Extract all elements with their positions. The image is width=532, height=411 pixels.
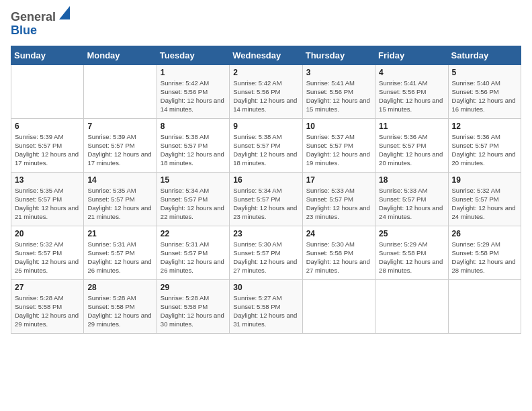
calendar-cell: 13Sunrise: 5:35 AM Sunset: 5:57 PM Dayli… (11, 172, 84, 226)
calendar-cell: 12Sunrise: 5:36 AM Sunset: 5:57 PM Dayli… (448, 118, 521, 172)
calendar-cell: 3Sunrise: 5:41 AM Sunset: 5:56 PM Daylig… (302, 64, 375, 118)
svg-marker-0 (59, 6, 70, 19)
page-header: General Blue (11, 11, 521, 38)
calendar-cell: 7Sunrise: 5:39 AM Sunset: 5:57 PM Daylig… (84, 118, 157, 172)
calendar-cell: 4Sunrise: 5:41 AM Sunset: 5:56 PM Daylig… (375, 64, 448, 118)
day-info: Sunrise: 5:35 AM Sunset: 5:57 PM Dayligh… (15, 186, 80, 222)
day-info: Sunrise: 5:34 AM Sunset: 5:57 PM Dayligh… (233, 186, 298, 222)
day-number: 19 (452, 175, 517, 185)
calendar-cell: 18Sunrise: 5:33 AM Sunset: 5:57 PM Dayli… (375, 172, 448, 226)
day-info: Sunrise: 5:29 AM Sunset: 5:58 PM Dayligh… (379, 240, 444, 275)
day-number: 17 (306, 175, 371, 185)
day-number: 5 (452, 68, 517, 77)
day-info: Sunrise: 5:28 AM Sunset: 5:58 PM Dayligh… (161, 293, 226, 329)
day-info: Sunrise: 5:37 AM Sunset: 5:57 PM Dayligh… (306, 132, 371, 168)
calendar-cell: 30Sunrise: 5:27 AM Sunset: 5:58 PM Dayli… (230, 279, 302, 333)
day-info: Sunrise: 5:30 AM Sunset: 5:58 PM Dayligh… (306, 240, 371, 275)
day-number: 1 (161, 68, 226, 77)
day-info: Sunrise: 5:31 AM Sunset: 5:57 PM Dayligh… (87, 240, 152, 275)
calendar-week-3: 13Sunrise: 5:35 AM Sunset: 5:57 PM Dayli… (11, 172, 521, 226)
calendar-cell: 25Sunrise: 5:29 AM Sunset: 5:58 PM Dayli… (375, 226, 448, 279)
day-info: Sunrise: 5:28 AM Sunset: 5:58 PM Dayligh… (87, 293, 152, 329)
day-info: Sunrise: 5:38 AM Sunset: 5:57 PM Dayligh… (161, 132, 226, 168)
calendar-cell: 8Sunrise: 5:38 AM Sunset: 5:57 PM Daylig… (157, 118, 229, 172)
calendar-cell: 20Sunrise: 5:32 AM Sunset: 5:57 PM Dayli… (11, 226, 84, 279)
calendar-cell: 24Sunrise: 5:30 AM Sunset: 5:58 PM Dayli… (302, 226, 375, 279)
calendar-cell: 14Sunrise: 5:35 AM Sunset: 5:57 PM Dayli… (84, 172, 157, 226)
day-info: Sunrise: 5:32 AM Sunset: 5:57 PM Dayligh… (15, 240, 80, 275)
calendar-cell: 21Sunrise: 5:31 AM Sunset: 5:57 PM Dayli… (84, 226, 157, 279)
day-info: Sunrise: 5:33 AM Sunset: 5:57 PM Dayligh… (379, 186, 444, 222)
day-number: 13 (15, 175, 80, 185)
calendar-cell (448, 279, 521, 333)
calendar-cell: 1Sunrise: 5:42 AM Sunset: 5:56 PM Daylig… (157, 64, 229, 118)
day-number: 14 (87, 175, 152, 185)
weekday-header-row: SundayMondayTuesdayWednesdayThursdayFrid… (11, 46, 521, 64)
day-info: Sunrise: 5:33 AM Sunset: 5:57 PM Dayligh… (306, 186, 371, 222)
calendar-cell: 28Sunrise: 5:28 AM Sunset: 5:58 PM Dayli… (84, 279, 157, 333)
calendar-cell (84, 64, 157, 118)
calendar-cell: 6Sunrise: 5:39 AM Sunset: 5:57 PM Daylig… (11, 118, 84, 172)
day-number: 12 (452, 122, 517, 131)
calendar-cell: 19Sunrise: 5:32 AM Sunset: 5:57 PM Dayli… (448, 172, 521, 226)
day-info: Sunrise: 5:27 AM Sunset: 5:58 PM Dayligh… (233, 293, 298, 329)
calendar-week-1: 1Sunrise: 5:42 AM Sunset: 5:56 PM Daylig… (11, 64, 521, 118)
weekday-header-friday: Friday (375, 46, 448, 64)
day-number: 30 (233, 283, 298, 292)
day-info: Sunrise: 5:38 AM Sunset: 5:57 PM Dayligh… (233, 132, 298, 168)
weekday-header-wednesday: Wednesday (230, 46, 302, 64)
calendar-cell (302, 279, 375, 333)
logo-general: General (11, 11, 56, 24)
day-info: Sunrise: 5:30 AM Sunset: 5:57 PM Dayligh… (233, 240, 298, 275)
day-number: 20 (15, 229, 80, 238)
calendar-cell: 2Sunrise: 5:42 AM Sunset: 5:56 PM Daylig… (230, 64, 302, 118)
day-number: 26 (452, 229, 517, 238)
day-number: 2 (233, 68, 298, 77)
day-number: 28 (87, 283, 152, 292)
calendar-cell: 9Sunrise: 5:38 AM Sunset: 5:57 PM Daylig… (230, 118, 302, 172)
day-number: 7 (87, 122, 152, 131)
calendar-week-5: 27Sunrise: 5:28 AM Sunset: 5:58 PM Dayli… (11, 279, 521, 333)
day-number: 4 (379, 68, 444, 77)
day-number: 6 (15, 122, 80, 131)
calendar-cell: 22Sunrise: 5:31 AM Sunset: 5:57 PM Dayli… (157, 226, 229, 279)
calendar-cell: 5Sunrise: 5:40 AM Sunset: 5:56 PM Daylig… (448, 64, 521, 118)
day-number: 23 (233, 229, 298, 238)
day-number: 3 (306, 68, 371, 77)
calendar-week-2: 6Sunrise: 5:39 AM Sunset: 5:57 PM Daylig… (11, 118, 521, 172)
day-number: 8 (161, 122, 226, 131)
day-number: 21 (87, 229, 152, 238)
day-number: 24 (306, 229, 371, 238)
day-info: Sunrise: 5:42 AM Sunset: 5:56 PM Dayligh… (233, 79, 298, 114)
day-info: Sunrise: 5:28 AM Sunset: 5:58 PM Dayligh… (15, 293, 80, 329)
calendar-cell (375, 279, 448, 333)
day-info: Sunrise: 5:36 AM Sunset: 5:57 PM Dayligh… (452, 132, 517, 168)
day-info: Sunrise: 5:29 AM Sunset: 5:58 PM Dayligh… (452, 240, 517, 275)
weekday-header-monday: Monday (84, 46, 157, 64)
weekday-header-sunday: Sunday (11, 46, 84, 64)
day-info: Sunrise: 5:40 AM Sunset: 5:56 PM Dayligh… (452, 79, 517, 114)
logo-blue: Blue (11, 24, 37, 38)
day-info: Sunrise: 5:42 AM Sunset: 5:56 PM Dayligh… (161, 79, 226, 114)
calendar-cell: 26Sunrise: 5:29 AM Sunset: 5:58 PM Dayli… (448, 226, 521, 279)
day-number: 29 (161, 283, 226, 292)
calendar-cell: 11Sunrise: 5:36 AM Sunset: 5:57 PM Dayli… (375, 118, 448, 172)
day-number: 9 (233, 122, 298, 131)
calendar-cell: 15Sunrise: 5:34 AM Sunset: 5:57 PM Dayli… (157, 172, 229, 226)
day-number: 25 (379, 229, 444, 238)
day-info: Sunrise: 5:34 AM Sunset: 5:57 PM Dayligh… (161, 186, 226, 222)
day-info: Sunrise: 5:35 AM Sunset: 5:57 PM Dayligh… (87, 186, 152, 222)
calendar-cell: 17Sunrise: 5:33 AM Sunset: 5:57 PM Dayli… (302, 172, 375, 226)
calendar-cell: 29Sunrise: 5:28 AM Sunset: 5:58 PM Dayli… (157, 279, 229, 333)
calendar-week-4: 20Sunrise: 5:32 AM Sunset: 5:57 PM Dayli… (11, 226, 521, 279)
day-info: Sunrise: 5:31 AM Sunset: 5:57 PM Dayligh… (161, 240, 226, 275)
logo: General Blue (11, 11, 70, 38)
day-number: 15 (161, 175, 226, 185)
day-number: 27 (15, 283, 80, 292)
calendar-cell (11, 64, 84, 118)
weekday-header-thursday: Thursday (302, 46, 375, 64)
day-info: Sunrise: 5:39 AM Sunset: 5:57 PM Dayligh… (15, 132, 80, 168)
day-info: Sunrise: 5:36 AM Sunset: 5:57 PM Dayligh… (379, 132, 444, 168)
calendar-cell: 23Sunrise: 5:30 AM Sunset: 5:57 PM Dayli… (230, 226, 302, 279)
weekday-header-saturday: Saturday (448, 46, 521, 64)
